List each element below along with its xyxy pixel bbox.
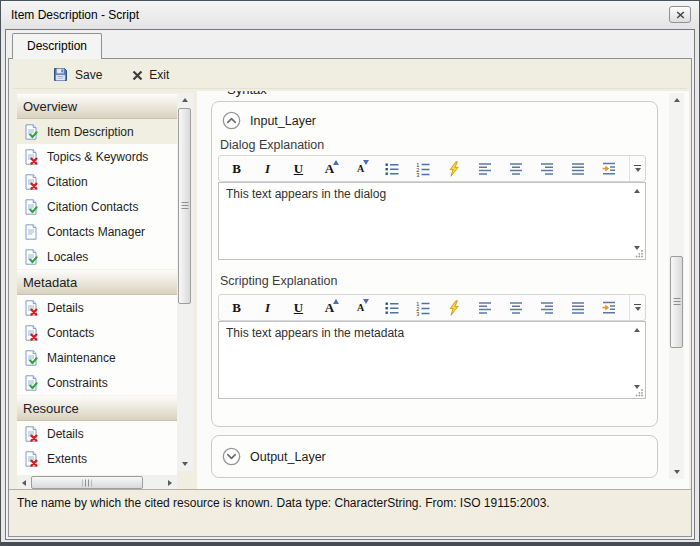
- window-frame-edge: [1, 542, 699, 545]
- grow-font-button[interactable]: A: [314, 296, 345, 319]
- justify-button[interactable]: [562, 296, 593, 319]
- align-right-button[interactable]: [531, 296, 562, 319]
- textarea-scroll-up-icon[interactable]: [634, 328, 640, 332]
- svg-text:3: 3: [416, 310, 419, 315]
- resize-grip-icon[interactable]: [635, 249, 644, 258]
- indent-icon: [601, 300, 617, 316]
- window-title: Item Description - Script: [11, 8, 139, 22]
- expand-section-icon[interactable]: [222, 447, 241, 466]
- underline-button[interactable]: U: [283, 157, 314, 180]
- dynamic-text-button[interactable]: [438, 157, 469, 180]
- input-layer-section: Input_Layer Dialog Explanation BIUAA123 …: [211, 101, 658, 427]
- dynamic-text-icon: [446, 161, 462, 177]
- window-titlebar[interactable]: Item Description - Script: [1, 1, 699, 29]
- align-left-button[interactable]: [469, 296, 500, 319]
- bullet-list-button[interactable]: [376, 157, 407, 180]
- dialog-explanation-label: Dialog Explanation: [220, 138, 324, 152]
- numbered-list-button[interactable]: 123: [407, 296, 438, 319]
- grow-font-button[interactable]: A: [314, 157, 345, 180]
- input-layer-title: Input_Layer: [250, 114, 316, 128]
- sidebar-horizontal-scrollbar-thumb[interactable]: [31, 476, 143, 489]
- italic-button[interactable]: I: [252, 296, 283, 319]
- toolbar-overflow-button[interactable]: [629, 295, 645, 320]
- dynamic-text-button[interactable]: [438, 296, 469, 319]
- numbered-list-button[interactable]: 123: [407, 157, 438, 180]
- sidebar-item-citation-contacts[interactable]: Citation Contacts: [17, 194, 177, 219]
- main-vertical-scrollbar[interactable]: [669, 93, 684, 479]
- close-button[interactable]: [669, 6, 691, 23]
- scroll-down-icon[interactable]: [674, 470, 680, 474]
- sidebar-vertical-scrollbar-thumb[interactable]: [178, 108, 191, 304]
- justify-icon: [570, 300, 586, 316]
- sidebar-item-extents[interactable]: Extents: [17, 446, 177, 471]
- justify-button[interactable]: [562, 157, 593, 180]
- scroll-right-icon[interactable]: [168, 480, 172, 486]
- tab-description[interactable]: Description: [12, 33, 102, 59]
- sidebar-section-metadata[interactable]: Metadata: [17, 269, 177, 295]
- bold-icon: B: [232, 162, 241, 175]
- sidebar-section-resource[interactable]: Resource: [17, 395, 177, 421]
- document-invalid-icon: [23, 325, 39, 341]
- sidebar-item-details[interactable]: Details: [17, 421, 177, 446]
- sidebar-vertical-scrollbar[interactable]: [177, 93, 193, 471]
- sidebar-item-item-description[interactable]: Item Description: [17, 119, 177, 144]
- main-vertical-scrollbar-thumb[interactable]: [670, 256, 683, 348]
- document-invalid-icon: [23, 426, 39, 442]
- italic-icon: I: [265, 301, 270, 314]
- exit-button[interactable]: Exit: [132, 68, 169, 82]
- align-center-button[interactable]: [500, 296, 531, 319]
- save-button-label: Save: [75, 68, 102, 82]
- sidebar-item-contacts-manager[interactable]: Contacts Manager: [17, 219, 177, 244]
- document-invalid-icon: [23, 300, 39, 316]
- italic-button[interactable]: I: [252, 157, 283, 180]
- align-left-button[interactable]: [469, 157, 500, 180]
- align-left-icon: [477, 161, 493, 177]
- scripting-explanation-text: This text appears in the metadata: [226, 326, 404, 340]
- bullet-list-icon: [384, 161, 400, 177]
- sidebar-item-contacts[interactable]: Contacts: [17, 320, 177, 345]
- exit-icon: [132, 70, 143, 81]
- bullet-list-button[interactable]: [376, 296, 407, 319]
- scroll-left-icon[interactable]: [22, 480, 26, 486]
- dialog-explanation-text: This text appears in the dialog: [226, 187, 386, 201]
- underline-button[interactable]: U: [283, 296, 314, 319]
- sidebar-item-constraints[interactable]: Constraints: [17, 370, 177, 395]
- svg-text:3: 3: [416, 171, 419, 176]
- indent-icon: [601, 161, 617, 177]
- indent-button[interactable]: [593, 157, 624, 180]
- bold-button[interactable]: B: [221, 296, 252, 319]
- shrink-font-button[interactable]: A: [345, 296, 376, 319]
- indent-button[interactable]: [593, 296, 624, 319]
- textarea-scroll-up-icon[interactable]: [634, 189, 640, 193]
- resize-grip-icon[interactable]: [635, 388, 644, 397]
- align-center-icon: [508, 161, 524, 177]
- scripting-explanation-input[interactable]: This text appears in the metadata: [218, 321, 646, 399]
- bold-button[interactable]: B: [221, 157, 252, 180]
- tab-page: Save Exit OverviewItem DescriptionTopics…: [8, 58, 692, 537]
- scroll-up-icon[interactable]: [674, 98, 680, 102]
- scripting-explanation-label: Scripting Explanation: [220, 274, 337, 288]
- main-panel: Syntax Input_Layer Dialog Explanation BI…: [197, 91, 689, 489]
- align-left-icon: [477, 300, 493, 316]
- dialog-client: Description Save Exit OverviewItem Descr…: [5, 29, 695, 540]
- dynamic-text-icon: [446, 300, 462, 316]
- save-button[interactable]: Save: [53, 67, 102, 83]
- sidebar-item-maintenance[interactable]: Maintenance: [17, 345, 177, 370]
- sidebar-item-locales[interactable]: Locales: [17, 244, 177, 269]
- dialog-explanation-input[interactable]: This text appears in the dialog: [218, 182, 646, 260]
- align-right-button[interactable]: [531, 157, 562, 180]
- sidebar-section-overview[interactable]: Overview: [17, 93, 177, 119]
- collapse-section-icon[interactable]: [222, 111, 241, 130]
- align-center-button[interactable]: [500, 157, 531, 180]
- scroll-down-icon[interactable]: [182, 462, 188, 466]
- document-valid-icon: [23, 199, 39, 215]
- justify-icon: [570, 161, 586, 177]
- sidebar-horizontal-scrollbar[interactable]: [17, 475, 177, 490]
- output-layer-title: Output_Layer: [250, 450, 326, 464]
- sidebar-item-citation[interactable]: Citation: [17, 169, 177, 194]
- scroll-up-icon[interactable]: [182, 98, 188, 102]
- sidebar-item-details[interactable]: Details: [17, 295, 177, 320]
- toolbar-overflow-button[interactable]: [629, 156, 645, 181]
- sidebar-item-topics-keywords[interactable]: Topics & Keywords: [17, 144, 177, 169]
- shrink-font-button[interactable]: A: [345, 157, 376, 180]
